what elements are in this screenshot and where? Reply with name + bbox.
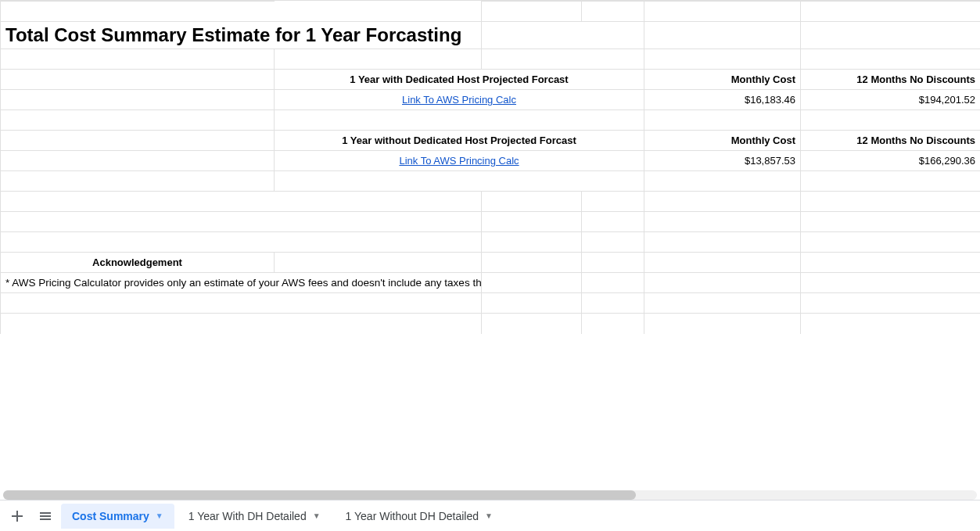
tab-cost-summary[interactable]: Cost Summary ▼	[61, 504, 174, 529]
section1-monthly-cost: $16,183.46	[644, 90, 801, 110]
sheet-tab-bar: Cost Summary ▼ 1 Year With DH Detailed ▼…	[0, 500, 980, 531]
section1-pricing-link[interactable]: Link To AWS Pricing Calc	[402, 94, 516, 106]
section2-monthly-cost: $13,857.53	[644, 151, 801, 171]
section1-annual-cost: $194,201.52	[801, 90, 981, 110]
add-sheet-button[interactable]	[5, 504, 30, 529]
ack-body: * AWS Pricing Calculator provides only a…	[1, 273, 482, 293]
section1-heading: 1 Year with Dedicated Host Projected For…	[275, 70, 644, 90]
section2-monthly-label: Monthly Cost	[644, 131, 801, 151]
plus-icon	[10, 509, 24, 523]
chevron-down-icon: ▼	[313, 511, 321, 520]
ack-heading: Acknowledgement	[1, 253, 275, 273]
tab-label: 1 Year With DH Detailed	[188, 510, 307, 522]
page-title: Total Cost Summary Estimate for 1 Year F…	[1, 22, 482, 49]
all-sheets-button[interactable]	[33, 504, 58, 529]
tab-1yr-with-dh[interactable]: 1 Year With DH Detailed ▼	[178, 504, 332, 529]
section2-heading: 1 Year without Dedicated Host Projected …	[275, 131, 644, 151]
horizontal-scrollbar[interactable]	[3, 490, 977, 500]
chevron-down-icon: ▼	[485, 511, 493, 520]
tab-label: 1 Year Without DH Detailed	[346, 510, 479, 522]
section1-annual-label: 12 Months No Discounts	[801, 70, 981, 90]
section1-monthly-label: Monthly Cost	[644, 70, 801, 90]
section2-annual-cost: $166,290.36	[801, 151, 981, 171]
spreadsheet-grid[interactable]: Total Cost Summary Estimate for 1 Year F…	[0, 1, 980, 489]
chevron-down-icon: ▼	[156, 511, 163, 520]
tab-label: Cost Summary	[72, 510, 149, 522]
menu-icon	[38, 509, 52, 523]
section2-pricing-link[interactable]: Link To AWS Princing Calc	[399, 155, 519, 167]
section2-annual-label: 12 Months No Discounts	[801, 131, 981, 151]
tab-1yr-without-dh[interactable]: 1 Year Without DH Detailed ▼	[335, 504, 504, 529]
